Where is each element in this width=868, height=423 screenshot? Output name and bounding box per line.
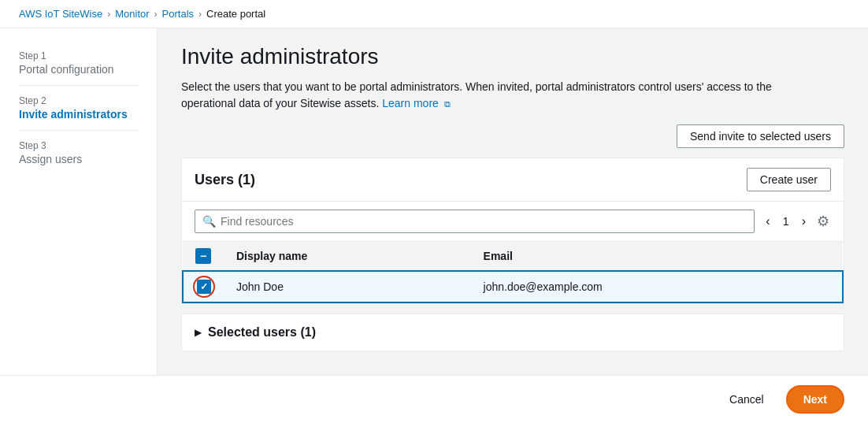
send-invite-button[interactable]: Send invite to selected users bbox=[677, 124, 844, 148]
footer: Cancel Next bbox=[0, 375, 868, 423]
checkbox-with-ring: ✓ bbox=[197, 280, 211, 294]
row-checkbox[interactable]: ✓ bbox=[197, 280, 211, 294]
next-page-button[interactable]: › bbox=[797, 213, 811, 230]
email-cell: john.doe@example.com bbox=[471, 271, 843, 302]
sidebar-separator-1 bbox=[19, 85, 138, 86]
users-table: − Display name Email bbox=[182, 242, 844, 303]
row-checkbox-wrapper: ✓ bbox=[196, 280, 211, 294]
display-name-header: Display name bbox=[224, 242, 471, 271]
breadcrumb-aws-iot-sitewise[interactable]: AWS IoT SiteWise bbox=[19, 8, 102, 20]
sidebar-separator-2 bbox=[19, 130, 138, 131]
breadcrumb-portals[interactable]: Portals bbox=[162, 8, 194, 20]
users-panel: Users (1) Create user 🔍 ‹ 1 › ⚙ bbox=[181, 158, 844, 304]
breadcrumb-separator-3: › bbox=[198, 9, 202, 20]
create-user-button[interactable]: Create user bbox=[747, 168, 831, 191]
action-bar: Send invite to selected users bbox=[181, 124, 844, 148]
search-input-wrapper: 🔍 bbox=[195, 210, 755, 233]
breadcrumb-monitor[interactable]: Monitor bbox=[115, 8, 149, 20]
sidebar-step-1-name: Portal configuration bbox=[19, 63, 138, 76]
table-settings-button[interactable]: ⚙ bbox=[815, 211, 831, 232]
panel-header: Users (1) Create user bbox=[182, 158, 844, 202]
minus-icon: − bbox=[200, 250, 206, 262]
check-icon: ✓ bbox=[200, 281, 208, 292]
sidebar-step-1-label: Step 1 bbox=[19, 50, 138, 61]
checkbox-header-cell: − bbox=[183, 242, 224, 271]
breadcrumb-separator-1: › bbox=[107, 9, 110, 20]
next-button[interactable]: Next bbox=[786, 385, 844, 414]
external-link-icon: ⧉ bbox=[444, 98, 451, 111]
breadcrumb-create-portal: Create portal bbox=[206, 8, 265, 20]
users-panel-title: Users (1) bbox=[195, 172, 255, 188]
sidebar-step-3-name: Assign users bbox=[19, 153, 138, 165]
search-icon: 🔍 bbox=[202, 215, 216, 228]
select-all-checkbox[interactable]: − bbox=[195, 248, 211, 264]
sidebar-step-3: Step 3 Assign users bbox=[0, 134, 157, 172]
cancel-button[interactable]: Cancel bbox=[720, 387, 773, 412]
pagination: ‹ 1 › ⚙ bbox=[761, 211, 831, 232]
search-bar: 🔍 ‹ 1 › ⚙ bbox=[182, 202, 844, 242]
email-header: Email bbox=[471, 242, 843, 271]
sidebar-step-2-name: Invite administrators bbox=[19, 108, 138, 121]
learn-more-link[interactable]: Learn more ⧉ bbox=[382, 97, 450, 109]
sidebar-step-3-label: Step 3 bbox=[19, 140, 138, 151]
row-checkbox-cell: ✓ bbox=[183, 271, 224, 302]
selected-users-title: Selected users (1) bbox=[208, 325, 316, 340]
page-number: 1 bbox=[780, 215, 792, 228]
sidebar-step-1: Step 1 Portal configuration bbox=[0, 44, 157, 82]
search-input[interactable] bbox=[195, 210, 755, 233]
description-text: Select the users that you want to be por… bbox=[181, 79, 811, 112]
table-row: ✓ John Doe john.doe@example.com bbox=[183, 271, 843, 302]
expand-icon: ▶ bbox=[195, 327, 202, 338]
table-header-row: − Display name Email bbox=[183, 242, 843, 271]
main-content: Invite administrators Select the users t… bbox=[158, 28, 868, 420]
breadcrumb-separator-2: › bbox=[154, 9, 158, 20]
selected-users-panel: ▶ Selected users (1) bbox=[181, 314, 844, 351]
sidebar: Step 1 Portal configuration Step 2 Invit… bbox=[0, 28, 158, 420]
display-name-cell: John Doe bbox=[224, 271, 471, 302]
breadcrumb: AWS IoT SiteWise › Monitor › Portals › C… bbox=[0, 0, 868, 28]
sidebar-step-2-label: Step 2 bbox=[19, 95, 138, 106]
prev-page-button[interactable]: ‹ bbox=[761, 213, 774, 230]
sidebar-step-2: Step 2 Invite administrators bbox=[0, 89, 157, 127]
page-title: Invite administrators bbox=[181, 44, 844, 69]
selected-users-header[interactable]: ▶ Selected users (1) bbox=[182, 314, 844, 351]
